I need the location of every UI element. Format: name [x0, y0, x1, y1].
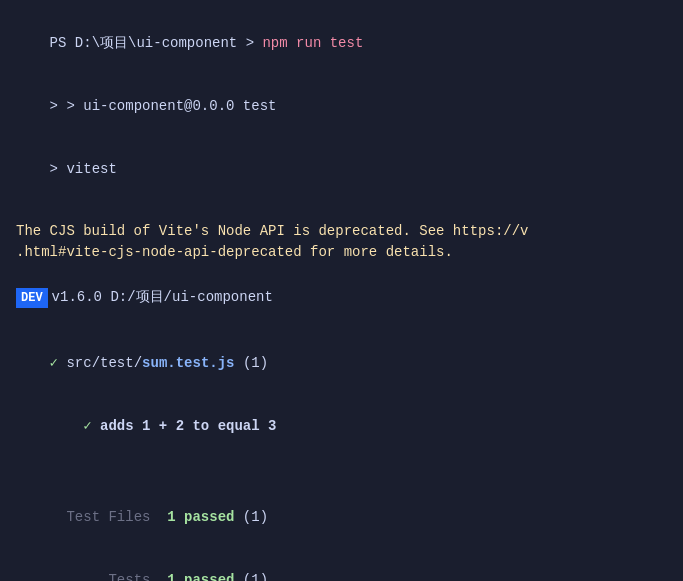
prompt-path: D:\项目\ui-component	[75, 35, 237, 51]
prompt-line: PS D:\项目\ui-component > npm run test	[16, 12, 667, 75]
blank-line-4	[16, 458, 667, 478]
warning-line-1: The CJS build of Vite's Node API is depr…	[16, 221, 667, 242]
prompt-command: npm run test	[262, 35, 363, 51]
vitest-output: vitest	[66, 161, 116, 177]
stats-tests-line: Tests 1 passed (1)	[16, 549, 667, 581]
tests-count: (1)	[234, 572, 268, 581]
subtest-line: ✓ adds 1 + 2 to equal 3	[16, 395, 667, 458]
prompt-arrow: >	[246, 35, 263, 51]
blank-line-2	[16, 263, 667, 283]
tests-label: Tests	[66, 572, 167, 581]
output-line-1: > > ui-component@0.0.0 test	[16, 75, 667, 138]
pkg-output: > ui-component@0.0.0 test	[66, 98, 276, 114]
files-label: Test Files	[66, 509, 167, 525]
test-filename: sum.test.js	[142, 355, 234, 371]
dev-badge: DEV	[16, 288, 48, 308]
prompt-ps: PS	[50, 35, 75, 51]
stats-files-line: Test Files 1 passed (1)	[16, 486, 667, 549]
test-file-line: ✓ src/test/sum.test.js (1)	[16, 332, 667, 395]
output-line-2: > vitest	[16, 138, 667, 201]
terminal: PS D:\项目\ui-component > npm run test > >…	[0, 0, 683, 581]
tests-value: 1 passed	[167, 572, 234, 581]
files-count: (1)	[234, 509, 268, 525]
check-icon: ✓	[50, 355, 67, 371]
subtest-name: adds 1 + 2 to equal 3	[100, 418, 276, 434]
warning-line-2: .html#vite-cjs-node-api-deprecated for m…	[16, 242, 667, 263]
dev-version: v1.6.0 D:/项目/ui-component	[52, 287, 273, 308]
dev-badge-line: DEV v1.6.0 D:/项目/ui-component	[16, 287, 667, 308]
files-value: 1 passed	[167, 509, 234, 525]
stats-section: Test Files 1 passed (1) Tests 1 passed (…	[16, 486, 667, 581]
blank-line-3	[16, 312, 667, 332]
blank-line-1	[16, 201, 667, 221]
